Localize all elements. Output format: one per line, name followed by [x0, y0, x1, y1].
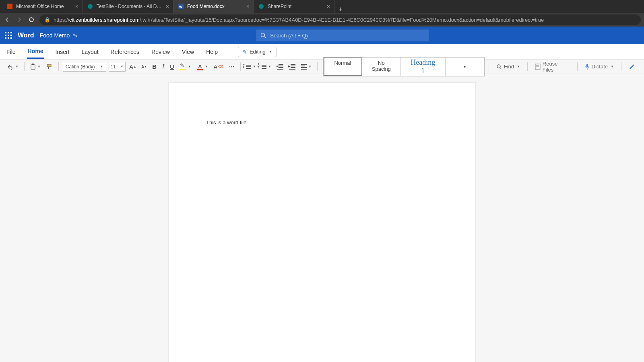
word-icon: W — [178, 3, 184, 10]
share-indicator-icon[interactable]: ᴬ▾ — [73, 33, 77, 39]
tab-layout[interactable]: Layout — [80, 45, 99, 58]
separator — [317, 62, 318, 71]
paste-button[interactable]: ▼ — [29, 62, 42, 71]
document-body-text[interactable]: This is a word file — [206, 119, 246, 125]
tab-title: TestSite - Documents - All Docu... — [97, 4, 163, 9]
editing-mode-button[interactable]: ✎ Editing ▼ — [238, 47, 277, 57]
tab-references[interactable]: References — [110, 45, 140, 58]
find-button[interactable]: Find ▼ — [493, 62, 523, 71]
svg-rect-15 — [586, 64, 588, 67]
tab-home[interactable]: Home — [27, 45, 44, 59]
chevron-down-icon: ▼ — [15, 65, 19, 68]
svg-rect-0 — [7, 4, 12, 9]
chevron-down-icon: ▼ — [308, 65, 312, 68]
italic-button[interactable]: I — [161, 62, 166, 71]
dictate-button[interactable]: Dictate ▼ — [582, 62, 617, 72]
styles-more-button[interactable]: ▼ — [446, 58, 484, 76]
reuse-files-button[interactable]: Reuse Files — [532, 59, 573, 74]
url-input[interactable]: 🔒 https://citizenbuilders.sharepoint.com… — [39, 14, 641, 25]
text-cursor — [247, 119, 247, 125]
numbering-button[interactable]: ▼ — [260, 64, 273, 70]
undo-button[interactable]: ▼ — [6, 63, 20, 71]
decrease-indent-button[interactable] — [275, 63, 285, 71]
format-painter-button[interactable] — [45, 62, 54, 71]
svg-point-10 — [497, 65, 500, 68]
numbering-icon — [262, 65, 266, 69]
chevron-down-icon: ▼ — [100, 65, 103, 68]
new-tab-button[interactable]: + — [334, 6, 347, 13]
font-name-select[interactable]: Calibri (Body)▼ — [63, 62, 106, 72]
clear-formatting-button[interactable]: A⌫ — [212, 62, 225, 71]
sharepoint-icon — [87, 3, 93, 10]
chevron-down-icon: ▼ — [517, 65, 520, 68]
editor-button[interactable] — [625, 62, 638, 72]
document-canvas[interactable]: This is a word file — [0, 74, 644, 362]
browser-tabs: Microsoft Office Home × TestSite - Docum… — [0, 0, 644, 13]
chevron-down-icon: ▼ — [37, 65, 41, 68]
separator — [58, 62, 59, 71]
lock-icon: 🔒 — [44, 17, 50, 23]
tab-help[interactable]: Help — [205, 45, 219, 58]
tab-view[interactable]: View — [181, 45, 195, 58]
ribbon-tabs: File Home Insert Layout References Revie… — [0, 44, 644, 60]
tab-insert[interactable]: Insert — [54, 45, 70, 58]
file-icon — [535, 64, 541, 70]
svg-point-1 — [88, 4, 93, 9]
reload-button[interactable] — [27, 16, 35, 24]
svg-text:W: W — [179, 5, 183, 9]
shrink-font-button[interactable]: A▾ — [140, 63, 148, 70]
document-name[interactable]: Food Memo — [40, 32, 70, 39]
highlight-button[interactable]: ▼ — [178, 62, 193, 71]
tab-title: Food Memo.docx — [187, 4, 243, 9]
bullets-button[interactable]: ▼ — [245, 64, 258, 70]
indent-icon — [289, 64, 295, 70]
close-icon[interactable]: × — [327, 3, 330, 10]
align-button[interactable]: ▼ — [299, 63, 313, 71]
font-color-button[interactable]: A▼ — [195, 62, 210, 71]
chevron-down-icon: ▼ — [188, 65, 191, 68]
app-name: Word — [18, 32, 34, 39]
microphone-icon — [585, 64, 590, 70]
browser-tab[interactable]: Microsoft Office Home × — [2, 0, 83, 13]
pen-icon: ✎ — [242, 49, 247, 55]
search-icon — [260, 33, 266, 38]
address-bar: 🔒 https://citizenbuilders.sharepoint.com… — [0, 13, 644, 27]
browser-tab[interactable]: SharePoint × — [254, 0, 334, 13]
more-font-options-button[interactable]: ⋯ — [227, 62, 236, 71]
style-normal[interactable]: Normal — [324, 58, 362, 76]
tab-review[interactable]: Review — [151, 45, 171, 58]
underline-button[interactable]: U — [168, 62, 176, 71]
document-page[interactable]: This is a word file — [169, 82, 475, 362]
separator — [489, 62, 489, 71]
sharepoint-icon — [258, 3, 264, 10]
search-icon — [496, 64, 502, 70]
chevron-down-icon: ▼ — [205, 65, 208, 68]
bold-button[interactable]: B — [151, 62, 158, 71]
tab-file[interactable]: File — [6, 45, 17, 58]
app-launcher-icon[interactable] — [5, 32, 12, 39]
outdent-icon — [277, 64, 283, 70]
styles-gallery: Normal No Spacing Heading 1 ▼ — [323, 57, 485, 76]
app-header: Word Food Memo ᴬ▾ Search (Alt + Q) — [0, 27, 644, 44]
close-icon[interactable]: × — [75, 3, 78, 10]
svg-point-4 — [259, 4, 264, 9]
style-heading1[interactable]: Heading 1 — [401, 58, 446, 76]
style-no-spacing[interactable]: No Spacing — [362, 58, 401, 76]
forward-button[interactable] — [15, 16, 23, 24]
search-input[interactable]: Search (Alt + Q) — [256, 29, 429, 41]
back-button[interactable] — [3, 16, 11, 24]
svg-line-6 — [264, 37, 266, 38]
close-icon[interactable]: × — [166, 3, 169, 10]
close-icon[interactable]: × — [246, 3, 250, 10]
highlight-icon — [180, 64, 186, 70]
separator — [527, 62, 528, 71]
browser-tab-active[interactable]: W Food Memo.docx × — [173, 0, 254, 13]
browser-tab[interactable]: TestSite - Documents - All Docu... × — [83, 0, 173, 13]
svg-line-11 — [500, 68, 501, 69]
font-size-select[interactable]: 11▼ — [109, 62, 126, 72]
tab-title: Microsoft Office Home — [16, 4, 72, 9]
tab-title: SharePoint — [268, 4, 324, 9]
increase-indent-button[interactable] — [287, 63, 297, 71]
separator — [24, 62, 25, 71]
grow-font-button[interactable]: A▴ — [128, 62, 137, 71]
